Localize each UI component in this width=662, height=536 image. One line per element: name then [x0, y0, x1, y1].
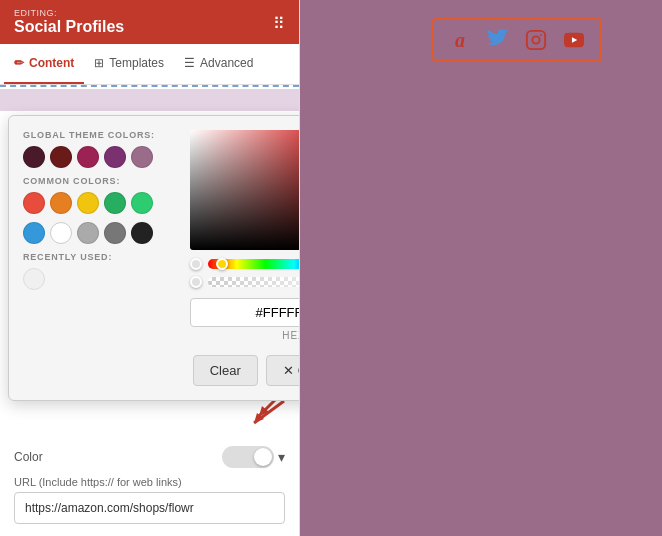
opacity-slider[interactable] — [208, 277, 299, 287]
url-input[interactable] — [14, 492, 285, 524]
color-gradient[interactable] — [190, 130, 299, 250]
blue-dashed-line — [0, 85, 299, 87]
hex-input-row: ▲ ▼ — [190, 298, 299, 327]
left-panel: EDITING: Social Profiles ⠿ ✏ Content ⊞ T… — [0, 0, 300, 536]
color-field-row: Color ▾ — [14, 446, 285, 468]
swatch-global-1[interactable] — [23, 146, 45, 168]
swatch-blue[interactable] — [23, 222, 45, 244]
opacity-dot-left-2 — [190, 276, 202, 288]
tab-content[interactable]: ✏ Content — [4, 44, 84, 84]
youtube-icon[interactable] — [560, 26, 588, 54]
hex-input[interactable] — [190, 298, 299, 327]
hue-slider[interactable] — [208, 259, 299, 269]
picker-layout: GLOBAL THEME COLORS: COMMON COLORS: — [23, 130, 299, 341]
editing-title: Social Profiles — [14, 18, 285, 36]
color-dropdown-chevron[interactable]: ▾ — [278, 449, 285, 465]
svg-point-1 — [532, 36, 539, 43]
hue-cursor — [216, 258, 228, 270]
hex-label: HEX — [282, 330, 299, 341]
swatch-global-3[interactable] — [77, 146, 99, 168]
swatch-light-gray[interactable] — [77, 222, 99, 244]
toggle-thumb — [254, 448, 272, 466]
amazon-icon[interactable]: a — [446, 26, 474, 54]
clear-button[interactable]: Clear — [193, 355, 258, 386]
swatch-orange[interactable] — [50, 192, 72, 214]
background-purple — [292, 0, 662, 536]
editing-header: EDITING: Social Profiles ⠿ — [0, 0, 299, 44]
twitter-icon[interactable] — [484, 26, 512, 54]
dots-icon[interactable]: ⠿ — [273, 14, 285, 33]
color-picker-popup: GLOBAL THEME COLORS: COMMON COLORS: — [8, 115, 299, 401]
social-icons-bar: a — [432, 18, 602, 62]
recently-used-label: RECENTLY USED: — [23, 252, 178, 262]
color-toggle[interactable] — [222, 446, 274, 468]
swatch-yellow[interactable] — [77, 192, 99, 214]
opacity-dot-left — [190, 258, 202, 270]
swatch-recent-1[interactable] — [23, 268, 45, 290]
svg-rect-0 — [527, 31, 545, 49]
swatch-red[interactable] — [23, 192, 45, 214]
advanced-tab-icon: ☰ — [184, 56, 195, 70]
toggle-container: ▾ — [222, 446, 285, 468]
close-button-label: Close — [298, 363, 299, 378]
global-theme-label: GLOBAL THEME COLORS: — [23, 130, 178, 140]
main-content: GLOBAL THEME COLORS: COMMON COLORS: — [0, 85, 299, 536]
content-tab-icon: ✏ — [14, 56, 24, 70]
editing-label: EDITING: — [14, 8, 285, 18]
tab-content-label: Content — [29, 56, 74, 70]
tab-advanced[interactable]: ☰ Advanced — [174, 44, 263, 84]
hex-input-container: ▲ ▼ HEX — [190, 298, 299, 341]
swatch-global-4[interactable] — [104, 146, 126, 168]
picker-left: GLOBAL THEME COLORS: COMMON COLORS: — [23, 130, 178, 341]
swatch-light-green[interactable] — [131, 192, 153, 214]
swatch-green[interactable] — [104, 192, 126, 214]
bottom-section: Color ▾ URL (Include https:// for web li… — [0, 434, 299, 536]
swatch-white[interactable] — [50, 222, 72, 244]
swatch-global-2[interactable] — [50, 146, 72, 168]
color-field-label: Color — [14, 450, 43, 464]
instagram-icon[interactable] — [522, 26, 550, 54]
swatch-global-5[interactable] — [131, 146, 153, 168]
svg-point-2 — [540, 34, 542, 36]
opacity-slider-inner — [208, 277, 299, 287]
tab-templates[interactable]: ⊞ Templates — [84, 44, 174, 84]
purple-strip — [0, 89, 299, 111]
swatch-black[interactable] — [131, 222, 153, 244]
close-button[interactable]: ✕ Close — [266, 355, 299, 386]
global-swatches-row — [23, 146, 178, 168]
tab-advanced-label: Advanced — [200, 56, 253, 70]
swatch-gray[interactable] — [104, 222, 126, 244]
picker-buttons: Clear ✕ Close — [23, 355, 299, 386]
templates-tab-icon: ⊞ — [94, 56, 104, 70]
url-field-label: URL (Include https:// for web links) — [14, 476, 285, 488]
close-x-icon: ✕ — [283, 363, 294, 378]
tabs-bar: ✏ Content ⊞ Templates ☰ Advanced — [0, 44, 299, 85]
tab-templates-label: Templates — [109, 56, 164, 70]
opacity-slider-row — [190, 276, 299, 288]
hue-slider-container — [190, 258, 299, 270]
common-swatches-row-1 — [23, 192, 178, 214]
common-colors-label: COMMON COLORS: — [23, 176, 178, 186]
common-swatches-row-2 — [23, 222, 178, 244]
picker-right: ▲ ▼ HEX — [190, 130, 299, 341]
recently-used-row — [23, 268, 178, 290]
